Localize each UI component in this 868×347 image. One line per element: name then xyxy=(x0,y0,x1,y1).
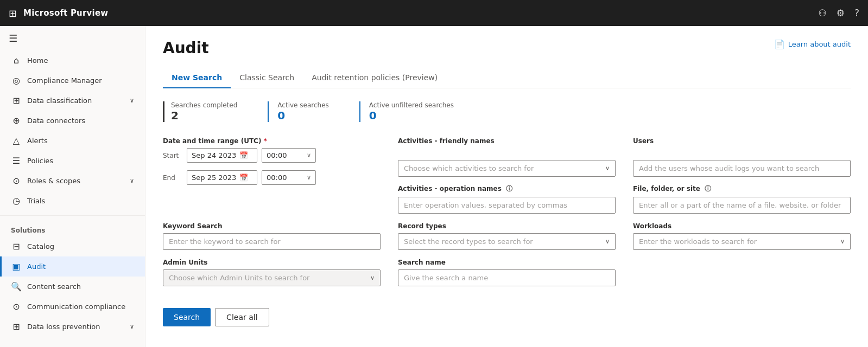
stat-label: Active searches xyxy=(277,101,328,109)
content-search-icon: 🔍 xyxy=(11,281,22,292)
workloads-select[interactable]: Enter the workloads to search for ∨ xyxy=(633,233,851,250)
chevron-down-icon: ∨ xyxy=(370,274,375,281)
sidebar-item-label: Audit xyxy=(27,262,46,271)
record-types-group: Record types Select the record types to … xyxy=(398,222,616,250)
admin-units-group: Admin Units Choose which Admin Units to … xyxy=(163,259,381,286)
admin-units-select[interactable]: Choose which Admin Units to search for ∨ xyxy=(163,269,381,286)
share-icon[interactable]: ⚇ xyxy=(818,8,826,18)
document-icon: 📄 xyxy=(774,39,785,49)
start-date-input[interactable]: Sep 24 2023 📅 xyxy=(187,148,257,163)
sidebar-item-label: Data connectors xyxy=(27,117,85,125)
data-connectors-icon: ⊕ xyxy=(11,115,22,126)
search-name-input[interactable] xyxy=(398,269,616,286)
chevron-down-icon: ∨ xyxy=(307,174,311,181)
tab-audit-retention[interactable]: Audit retention policies (Preview) xyxy=(303,68,446,88)
date-range-group: Date and time range (UTC) * Start Sep 24… xyxy=(163,137,381,214)
hamburger-icon[interactable]: ☰ xyxy=(0,26,145,50)
page-header: Audit 📄 Learn about audit xyxy=(163,39,851,57)
users-label: Users xyxy=(633,137,851,145)
chevron-down-icon: ∨ xyxy=(130,177,134,184)
sidebar-item-alerts[interactable]: △ Alerts xyxy=(0,131,145,151)
chevron-down-icon: ∨ xyxy=(605,165,610,172)
activities-operation-input[interactable] xyxy=(398,197,616,214)
chevron-down-icon: ∨ xyxy=(307,152,311,159)
chevron-down-icon: ∨ xyxy=(605,238,610,245)
users-input[interactable] xyxy=(633,160,851,177)
record-types-select[interactable]: Select the record types to search for ∨ xyxy=(398,233,616,250)
keyword-search-group: Keyword Search xyxy=(163,222,381,250)
stats-row: Searches completed 2 Active searches 0 A… xyxy=(163,101,851,122)
calendar-icon: 📅 xyxy=(239,174,248,182)
stat-value: 2 xyxy=(171,109,237,122)
end-date-input[interactable]: Sep 25 2023 📅 xyxy=(187,170,257,185)
stat-label: Active unfiltered searches xyxy=(369,101,454,109)
main-content: Audit 📄 Learn about audit New Search Cla… xyxy=(145,26,868,347)
stat-value: 0 xyxy=(369,109,454,122)
sidebar-item-policies[interactable]: ☰ Policies xyxy=(0,151,145,171)
sidebar-item-audit[interactable]: ▣ Audit xyxy=(0,256,145,277)
sidebar-item-label: Trials xyxy=(27,197,45,205)
start-time-select[interactable]: 00:00 ∨ xyxy=(262,148,316,163)
sidebar-item-trials[interactable]: ◷ Trials xyxy=(0,191,145,211)
workloads-placeholder: Enter the workloads to search for xyxy=(639,237,757,246)
sidebar-item-label: Data classification xyxy=(27,97,92,105)
file-folder-input[interactable] xyxy=(633,197,851,214)
info-icon: ⓘ xyxy=(506,185,512,192)
topbar-actions: ⚇ ⚙ ? xyxy=(818,8,859,18)
start-label: Start xyxy=(163,152,182,159)
main-layout: ☰ ⌂ Home ◎ Compliance Manager ⊞ Data cla… xyxy=(0,26,868,347)
record-types-placeholder: Select the record types to search for xyxy=(404,237,533,246)
end-time-select[interactable]: 00:00 ∨ xyxy=(262,170,316,185)
trials-icon: ◷ xyxy=(11,196,22,206)
users-group: Users File, folder, or site ⓘ xyxy=(633,137,851,214)
calendar-icon: 📅 xyxy=(239,151,248,159)
search-name-group: Search name xyxy=(398,259,616,286)
sidebar-divider xyxy=(0,215,145,216)
file-folder-label: File, folder, or site ⓘ xyxy=(633,184,851,194)
record-types-label: Record types xyxy=(398,222,616,230)
search-button[interactable]: Search xyxy=(163,308,211,326)
sidebar-item-label: Communication compliance xyxy=(27,303,125,311)
waffle-icon[interactable]: ⊞ xyxy=(9,8,17,19)
tabs-container: New Search Classic Search Audit retentio… xyxy=(163,68,851,88)
info-icon: ⓘ xyxy=(705,185,711,192)
learn-about-audit-link[interactable]: 📄 Learn about audit xyxy=(774,39,851,49)
learn-link-text: Learn about audit xyxy=(788,40,851,48)
sidebar-item-data-classification[interactable]: ⊞ Data classification ∨ xyxy=(0,91,145,111)
workloads-label: Workloads xyxy=(633,222,851,230)
action-buttons: Search Clear all xyxy=(163,308,851,326)
settings-icon[interactable]: ⚙ xyxy=(837,8,845,18)
activities-friendly-select[interactable]: Choose which activities to search for ∨ xyxy=(398,160,616,177)
tab-new-search[interactable]: New Search xyxy=(163,68,231,88)
stat-active-searches: Active searches 0 xyxy=(268,101,344,122)
end-time-value: 00:00 xyxy=(267,174,287,182)
sidebar-item-label: Content search xyxy=(27,282,81,291)
page-title: Audit xyxy=(163,39,209,57)
start-date-row: Start Sep 24 2023 📅 00:00 ∨ xyxy=(163,148,381,163)
clear-all-button[interactable]: Clear all xyxy=(215,308,269,326)
sidebar-item-communication-compliance[interactable]: ⊙ Communication compliance xyxy=(0,297,145,317)
communication-icon: ⊙ xyxy=(11,301,22,312)
solutions-label: Solutions xyxy=(0,220,145,236)
sidebar-item-content-search[interactable]: 🔍 Content search xyxy=(0,277,145,297)
end-label: End xyxy=(163,174,182,182)
sidebar-item-catalog[interactable]: ⊟ Catalog xyxy=(0,236,145,256)
sidebar-item-roles-scopes[interactable]: ⊙ Roles & scopes ∨ xyxy=(0,171,145,191)
sidebar: ☰ ⌂ Home ◎ Compliance Manager ⊞ Data cla… xyxy=(0,26,145,347)
search-name-label: Search name xyxy=(398,259,616,266)
sidebar-item-compliance-manager[interactable]: ◎ Compliance Manager xyxy=(0,70,145,91)
sidebar-item-home[interactable]: ⌂ Home xyxy=(0,50,145,70)
alerts-icon: △ xyxy=(11,136,22,146)
stat-active-unfiltered: Active unfiltered searches 0 xyxy=(359,101,469,122)
activities-friendly-placeholder: Choose which activities to search for xyxy=(404,164,534,172)
stat-label: Searches completed xyxy=(171,101,237,109)
data-classification-icon: ⊞ xyxy=(11,95,22,106)
tab-classic-search[interactable]: Classic Search xyxy=(231,68,303,88)
workloads-group: Workloads Enter the workloads to search … xyxy=(633,222,851,250)
sidebar-item-label: Compliance Manager xyxy=(27,76,102,85)
sidebar-item-data-loss-prevention[interactable]: ⊞ Data loss prevention ∨ xyxy=(0,317,145,337)
sidebar-item-data-connectors[interactable]: ⊕ Data connectors xyxy=(0,111,145,131)
help-icon[interactable]: ? xyxy=(854,8,859,18)
chevron-down-icon: ∨ xyxy=(130,97,134,104)
keyword-input[interactable] xyxy=(163,233,381,250)
